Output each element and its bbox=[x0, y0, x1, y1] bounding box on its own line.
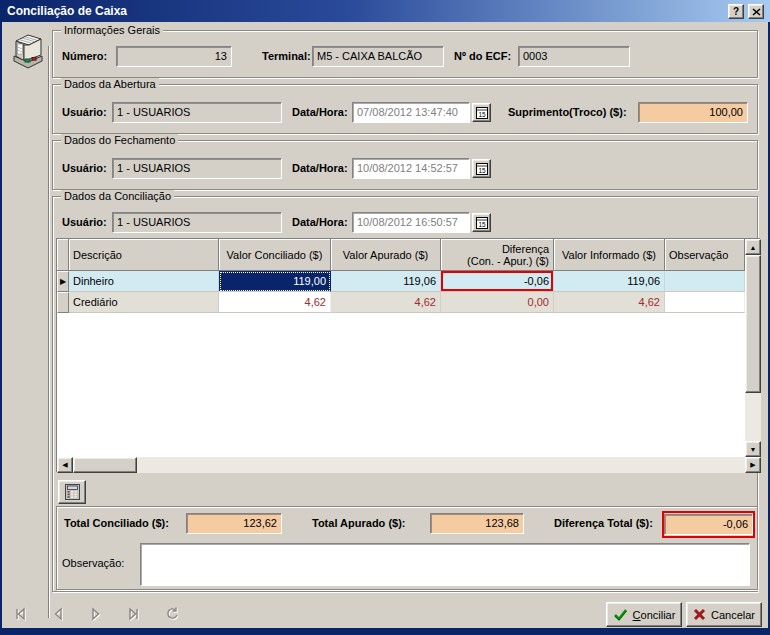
ecf-label: Nº do ECF: bbox=[454, 46, 511, 67]
diferenca-total-label: Diferença Total ($): bbox=[554, 513, 653, 534]
cell-diferenca[interactable]: 0,00 bbox=[441, 292, 554, 313]
abertura-datahora-label: Data/Hora: bbox=[292, 102, 348, 123]
scroll-right-button[interactable]: ▶ bbox=[745, 457, 761, 473]
cell-diferenca-highlighted[interactable]: -0,06 bbox=[441, 271, 554, 292]
total-conciliado-field[interactable]: 123,62 bbox=[186, 513, 282, 534]
cash-register-icon bbox=[8, 30, 48, 74]
group-dados-conciliacao-legend: Dados da Conciliação bbox=[61, 190, 174, 202]
observacao-textarea[interactable] bbox=[140, 543, 750, 586]
grid-header-observacao[interactable]: Observação bbox=[665, 239, 745, 271]
nav-prior-button[interactable] bbox=[44, 602, 72, 626]
cell-valor-informado[interactable]: 4,62 bbox=[554, 292, 665, 313]
ecf-field[interactable]: 0003 bbox=[518, 46, 630, 67]
suprimento-field[interactable]: 100,00 bbox=[638, 102, 748, 123]
arrow-right-icon: ▶ bbox=[750, 461, 755, 469]
total-apurado-field[interactable]: 123,68 bbox=[430, 513, 524, 534]
cell-descricao[interactable]: Dinheiro bbox=[69, 271, 219, 292]
prior-record-icon bbox=[50, 606, 66, 622]
next-record-icon bbox=[88, 606, 104, 622]
cell-valor-informado[interactable]: 119,06 bbox=[554, 271, 665, 292]
left-separator bbox=[48, 46, 50, 618]
conciliacao-usuario-label: Usuário: bbox=[62, 212, 107, 233]
close-icon bbox=[752, 8, 761, 16]
cell-descricao[interactable]: Crediário bbox=[69, 292, 219, 313]
conciliacao-datahora-field[interactable]: 10/08/2012 16:50:57 bbox=[352, 212, 470, 233]
scroll-left-button[interactable]: ◀ bbox=[57, 457, 73, 473]
scroll-down-button[interactable]: ▼ bbox=[745, 441, 761, 457]
calculator-icon bbox=[64, 484, 81, 500]
cell-observacao[interactable] bbox=[665, 271, 745, 292]
fechamento-datahora-label: Data/Hora: bbox=[292, 158, 348, 179]
calculator-button[interactable] bbox=[58, 480, 86, 504]
row-indicator bbox=[57, 292, 69, 313]
row-indicator: ▶ bbox=[57, 271, 69, 292]
vertical-scroll-thumb[interactable] bbox=[745, 255, 761, 393]
abertura-usuario-field[interactable]: 1 - USUARIOS bbox=[112, 102, 282, 123]
cell-valor-apurado[interactable]: 119,06 bbox=[331, 271, 441, 292]
conciliation-grid[interactable]: Descrição Valor Conciliado ($) Valor Apu… bbox=[56, 238, 760, 472]
calendar-icon: 15 bbox=[476, 106, 488, 119]
help-button[interactable]: ? bbox=[728, 4, 744, 19]
fechamento-calendar-button[interactable]: 15 bbox=[472, 159, 491, 178]
grid-header-valor-conciliado[interactable]: Valor Conciliado ($) bbox=[219, 239, 331, 271]
cancelar-button[interactable]: Cancelar bbox=[686, 602, 762, 627]
nav-refresh-button[interactable] bbox=[158, 602, 186, 626]
svg-text:15: 15 bbox=[478, 221, 486, 228]
cell-valor-apurado[interactable]: 4,62 bbox=[331, 292, 441, 313]
observacao-label: Observação: bbox=[62, 553, 124, 574]
conciliacao-usuario-field[interactable]: 1 - USUARIOS bbox=[112, 212, 282, 233]
grid-header-valor-informado[interactable]: Valor Informado ($) bbox=[554, 239, 665, 271]
abertura-datahora-field[interactable]: 07/08/2012 13:47:40 bbox=[352, 102, 470, 123]
numero-field[interactable]: 13 bbox=[116, 46, 232, 67]
conciliar-label: Conciliar bbox=[633, 609, 676, 621]
fechamento-usuario-label: Usuário: bbox=[62, 158, 107, 179]
total-apurado-label: Total Apurado ($): bbox=[312, 513, 406, 534]
svg-text:15: 15 bbox=[478, 111, 486, 118]
terminal-label: Terminal: bbox=[262, 46, 311, 67]
arrow-down-icon: ▼ bbox=[750, 446, 757, 453]
group-dados-abertura-legend: Dados da Abertura bbox=[61, 78, 159, 90]
suprimento-label: Suprimento(Troco) ($): bbox=[508, 102, 627, 123]
close-button[interactable] bbox=[748, 4, 764, 19]
nav-last-button[interactable] bbox=[120, 602, 148, 626]
last-record-icon bbox=[126, 606, 142, 622]
conciliar-button[interactable]: Conciliar bbox=[606, 602, 682, 627]
horizontal-scroll-thumb[interactable] bbox=[73, 457, 137, 473]
cancelar-label: Cancelar bbox=[711, 609, 755, 621]
grid-header-valor-apurado[interactable]: Valor Apurado ($) bbox=[331, 239, 441, 271]
fechamento-datahora-field[interactable]: 10/08/2012 14:52:57 bbox=[352, 158, 470, 179]
fechamento-usuario-field[interactable]: 1 - USUARIOS bbox=[112, 158, 282, 179]
calendar-icon: 15 bbox=[476, 162, 488, 175]
cell-valor-conciliado[interactable]: 4,62 bbox=[219, 292, 331, 313]
diferenca-total-field[interactable]: -0,06 bbox=[664, 514, 753, 535]
x-icon bbox=[693, 608, 706, 621]
cell-valor-conciliado-selected[interactable]: 119,00 bbox=[219, 271, 331, 292]
grid-header-descricao[interactable]: Descrição bbox=[69, 239, 219, 271]
abertura-calendar-button[interactable]: 15 bbox=[472, 103, 491, 122]
group-informacoes-gerais-legend: Informações Gerais bbox=[61, 24, 163, 36]
grid-horizontal-scrollbar[interactable] bbox=[57, 457, 761, 473]
numero-label: Número: bbox=[62, 46, 107, 67]
question-icon: ? bbox=[733, 6, 739, 17]
calendar-icon: 15 bbox=[476, 216, 488, 229]
abertura-usuario-label: Usuário: bbox=[62, 102, 107, 123]
first-record-icon bbox=[12, 606, 28, 622]
check-icon bbox=[613, 608, 628, 621]
cell-observacao[interactable] bbox=[665, 292, 745, 313]
svg-text:15: 15 bbox=[478, 167, 486, 174]
conciliacao-calendar-button[interactable]: 15 bbox=[472, 213, 491, 232]
arrow-left-icon: ◀ bbox=[62, 461, 67, 469]
grid-header-diferenca[interactable]: Diferença (Con. - Apur.) ($) bbox=[441, 239, 554, 271]
title-bar[interactable]: Conciliação de Caixa ? bbox=[0, 0, 770, 22]
nav-first-button[interactable] bbox=[6, 602, 34, 626]
nav-next-button[interactable] bbox=[82, 602, 110, 626]
arrow-up-icon: ▲ bbox=[750, 244, 757, 251]
grid-header-indicator bbox=[57, 239, 69, 271]
total-conciliado-label: Total Conciliado ($): bbox=[64, 513, 169, 534]
refresh-icon bbox=[164, 606, 180, 622]
window-title: Conciliação de Caixa bbox=[0, 4, 127, 18]
terminal-field[interactable]: M5 - CAIXA BALCÃO bbox=[312, 46, 444, 67]
scroll-up-button[interactable]: ▲ bbox=[745, 239, 761, 255]
dialog-conciliacao-de-caixa: Conciliação de Caixa ? bbox=[0, 0, 770, 635]
group-dados-fechamento-legend: Dados do Fechamento bbox=[61, 134, 178, 146]
